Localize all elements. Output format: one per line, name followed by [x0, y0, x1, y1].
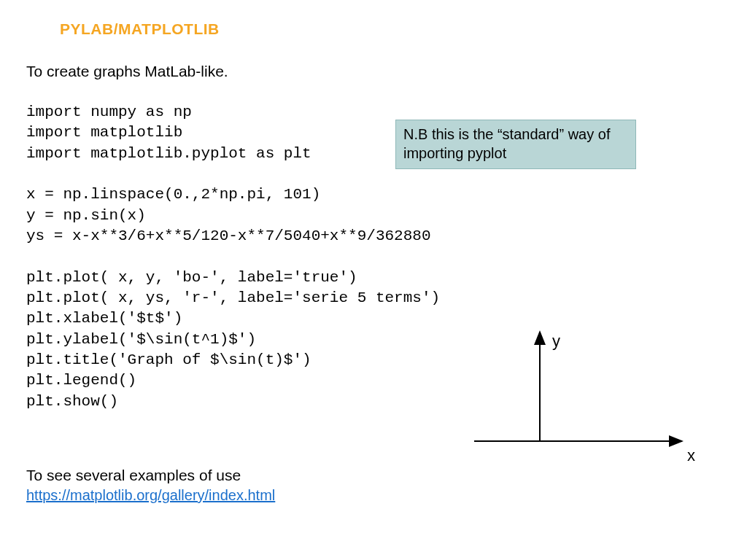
intro-text: To create graphs MatLab-like. [26, 63, 228, 80]
footer-text: To see several examples of use [26, 467, 241, 484]
page-title: PYLAB/MATPLOTLIB [60, 20, 220, 38]
note-box: N.B this is the “standard” way of import… [395, 120, 636, 169]
gallery-link[interactable]: https://matplotlib.org/gallery/index.htm… [26, 487, 275, 504]
axes-diagram-icon [445, 324, 708, 485]
axis-y-label: y [552, 332, 560, 351]
axis-x-label: x [687, 446, 695, 465]
code-block: import numpy as np import matplotlib imp… [26, 102, 440, 412]
